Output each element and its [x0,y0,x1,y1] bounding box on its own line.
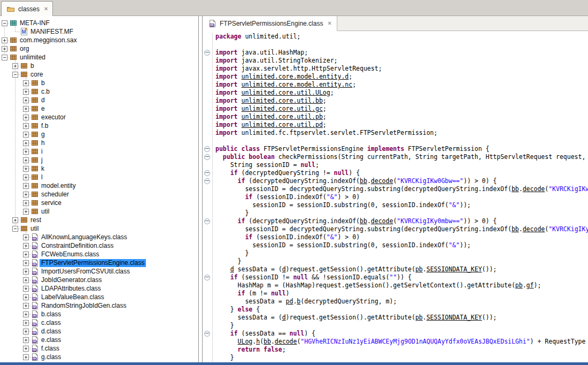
expand-icon[interactable] [23,329,29,334]
expand-icon[interactable] [23,209,29,215]
expand-icon[interactable] [23,106,29,112]
collapse-fold-icon[interactable] [204,50,210,56]
tree-item-allknownlanguagekeys-class[interactable]: 010AllKnownLanguageKeys.class [0,233,198,241]
tree-item-importusersfromcsvutil-class[interactable]: 010ImportUsersFromCSVUtil.class [0,267,198,276]
collapse-icon[interactable] [2,20,7,26]
tree-item-c-class[interactable]: 010c.class [0,318,198,327]
tree-item-f-b[interactable]: f.b [0,121,198,130]
expand-icon[interactable] [23,346,29,352]
fold-gutter [203,121,213,129]
expand-icon[interactable] [23,234,29,240]
package-icon [30,96,40,104]
tree-item-j[interactable]: j [0,156,198,164]
expand-icon[interactable] [23,286,29,292]
tree-item-g-class[interactable]: 010g.class [0,353,198,361]
code-area[interactable]: package unlimited.util;import java.util.… [203,31,588,362]
tree-item-e[interactable]: e [0,104,198,113]
tree-item-core[interactable]: core [0,70,198,79]
expand-icon[interactable] [23,174,29,180]
collapse-fold-icon[interactable] [204,331,210,337]
expand-icon[interactable] [23,166,29,172]
collapse-fold-icon[interactable] [204,275,210,280]
collapse-fold-icon[interactable] [204,218,210,224]
expand-icon[interactable] [23,115,29,120]
tree-item-b[interactable]: b [0,79,198,87]
expand-icon[interactable] [23,183,29,189]
tree-item-unlimited[interactable]: unlimited [0,53,198,62]
expand-icon[interactable] [23,149,29,155]
tab-classes[interactable]: classes ✕ [1,1,53,16]
expand-icon[interactable] [23,277,29,283]
expand-icon[interactable] [12,63,18,69]
expand-icon[interactable] [2,37,7,43]
tree-item-ftpservletpermissionsengine-class[interactable]: 010FTPServletPermissionsEngine.class [0,258,198,267]
tree-item-fcwebenums-class[interactable]: 010FCWebEnums.class [0,250,198,258]
expand-icon[interactable] [23,157,29,163]
expand-icon[interactable] [23,260,29,266]
tree-item-manifest-mf[interactable]: MMANIFEST.MF [0,27,198,36]
close-icon[interactable]: ✕ [327,21,331,26]
tree-item-h[interactable]: h [0,139,198,147]
expand-icon[interactable] [23,132,29,138]
expand-icon[interactable] [23,123,29,129]
collapse-fold-icon[interactable] [204,154,210,160]
tree-item-labelvaluebean-class[interactable]: 010LabelValueBean.class [0,293,198,301]
tree-item-k[interactable]: k [0,164,198,173]
collapse-fold-icon[interactable] [204,170,210,176]
tree-item-i[interactable]: i [0,147,198,156]
close-icon[interactable]: ✕ [44,6,48,12]
tree-item-meta-inf[interactable]: META-INF [0,19,198,27]
tree-item-jobidgenerator-class[interactable]: 010JobIdGenerator.class [0,276,198,284]
svg-text:010: 010 [210,24,215,26]
tree-item-org[interactable]: org [0,44,198,53]
collapse-icon[interactable] [2,55,7,60]
collapse-fold-icon[interactable] [204,146,210,152]
tree-item-c-b[interactable]: c.b [0,87,198,96]
code-line: import javax.servlet.http.HttpServletReq… [203,65,588,73]
expand-icon[interactable] [23,354,29,360]
collapse-icon[interactable] [12,72,18,78]
tree-item-ldapattributes-class[interactable]: 010LDAPAttributes.class [0,284,198,293]
tree-item-f-class[interactable]: 010f.class [0,344,198,353]
expand-icon[interactable] [23,269,29,275]
tree-item-randomstringjobidgen-class[interactable]: 010RandomStringJobIdGen.class [0,301,198,310]
tree-item-service[interactable]: service [0,199,198,207]
expand-icon[interactable] [23,140,29,146]
tree-item-constraintdefinition-class[interactable]: 010ConstraintDefinition.class [0,241,198,250]
expand-icon[interactable] [23,303,29,309]
expand-icon[interactable] [23,192,29,197]
tree-item-b-class[interactable]: 010b.class [0,310,198,318]
collapse-fold-icon[interactable] [204,178,210,184]
tree-item-com-megginson-sax[interactable]: com.megginson.sax [0,36,198,44]
tree-item-label: k [40,165,46,173]
expand-icon[interactable] [23,97,29,103]
collapse-icon[interactable] [12,226,18,232]
tree-item-executor[interactable]: executor [0,113,198,121]
tree-item-g[interactable]: g [0,130,198,139]
expand-icon[interactable] [23,89,29,95]
expand-icon[interactable] [23,243,29,249]
expand-icon[interactable] [23,294,29,300]
expand-icon[interactable] [23,200,29,206]
tree-item-model-entity[interactable]: model.entity [0,181,198,190]
expand-icon[interactable] [12,217,18,223]
tree-item-d[interactable]: d [0,96,198,104]
code-line: if (decryptedQueryString.indexOf(bb.deco… [203,217,588,225]
fold-gutter [203,273,213,282]
tree-item-l[interactable]: l [0,173,198,181]
expand-icon[interactable] [23,337,29,343]
tree-item-util[interactable]: util [0,207,198,216]
expand-icon[interactable] [23,311,29,317]
expand-icon[interactable] [23,252,29,257]
expand-icon[interactable] [23,320,29,326]
expand-icon[interactable] [23,80,29,86]
tree-item-rest[interactable]: rest [0,216,198,224]
code-text: String sessionID = null; [213,161,319,169]
tab-ftpservletpermissionsengine-class[interactable]: 010 FTPServletPermissionsEngine.class ✕ [203,16,337,31]
tree-item-scheduler[interactable]: scheduler [0,190,198,199]
tree-item-e-class[interactable]: 010e.class [0,336,198,344]
tree-item-util[interactable]: util [0,224,198,233]
tree-item-d-class[interactable]: 010d.class [0,327,198,336]
tree-item-b[interactable]: b [0,62,198,70]
expand-icon[interactable] [2,46,7,52]
